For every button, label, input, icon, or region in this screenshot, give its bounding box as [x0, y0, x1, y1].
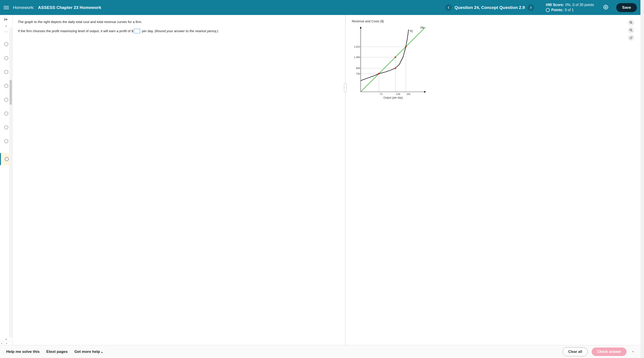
svg-line-2 [632, 23, 632, 24]
sidebar-question-dot[interactable] [4, 42, 8, 46]
check-answer-button[interactable]: Check answer [592, 348, 626, 356]
window-scrollbar[interactable] [640, 0, 644, 358]
svg-marker-11 [360, 26, 362, 28]
svg-text:730: 730 [356, 72, 360, 75]
rounding-hint: (Round your answer to the nearest penny.… [155, 29, 218, 33]
page-footer: Help me solve this Etext pages Get more … [0, 345, 640, 358]
chart-title: Revenue and Costs ($) [352, 19, 634, 23]
sidebar-question-dot[interactable] [4, 56, 8, 60]
points-label: Points: [551, 7, 563, 12]
homework-title: ASSESS Chapter 23 Homework [38, 5, 101, 10]
help-me-solve-link[interactable]: Help me solve this [6, 350, 40, 354]
svg-point-32 [405, 46, 407, 48]
sidebar-question-dot[interactable] [4, 125, 8, 129]
chart-canvas: 7309491,3901,81073139181TRTCOutput (per … [352, 25, 428, 101]
hw-score-label: HW Score: [546, 2, 564, 7]
sidebar-bottom-nav: ◂ | ▸ [0, 341, 12, 345]
svg-point-30 [395, 67, 396, 69]
etext-pages-link[interactable]: Etext pages [46, 350, 68, 354]
page-header: Homework: ASSESS Chapter 23 Homework Que… [0, 0, 640, 15]
answer-input[interactable] [134, 29, 140, 33]
svg-point-31 [395, 56, 396, 58]
sidebar-question-dot[interactable] [4, 84, 8, 88]
sidebar-question-dot[interactable] [4, 139, 8, 143]
svg-text:TR: TR [420, 26, 424, 29]
svg-text:181: 181 [406, 93, 410, 95]
svg-text:1,390: 1,390 [354, 56, 360, 58]
svg-text:139: 139 [396, 93, 400, 95]
svg-text:Output (per day): Output (per day) [384, 96, 403, 99]
popout-icon[interactable] [628, 35, 634, 41]
zoom-in-icon[interactable] [628, 19, 634, 26]
svg-marker-12 [424, 91, 426, 93]
scroll-up-arrow[interactable]: ▲ [0, 24, 12, 27]
get-more-help-link[interactable]: Get more help▲ [74, 350, 103, 354]
svg-text:1,810: 1,810 [354, 45, 360, 48]
question-sidebar: ▲ [0, 15, 12, 345]
sidebar-scrollbar[interactable] [9, 27, 12, 338]
svg-text:TC: TC [410, 29, 413, 33]
hw-score-value: 0%, 0 of 30 points [565, 2, 594, 7]
sidebar-question-dot[interactable] [4, 111, 8, 115]
zoom-out-icon[interactable] [628, 27, 634, 33]
svg-point-0 [605, 6, 607, 8]
question-paragraph-2: If the firm chooses the profit maximizin… [18, 28, 338, 34]
save-button[interactable]: Save [616, 3, 637, 12]
sidebar-question-dot[interactable] [4, 70, 8, 74]
clear-all-button[interactable]: Clear all [562, 347, 588, 356]
nav-left-icon[interactable]: ◂ [0, 342, 3, 344]
footer-caret-icon[interactable]: ▼ [632, 351, 634, 353]
sidebar-question-dot[interactable] [4, 28, 8, 32]
points-indicator-icon [546, 8, 550, 12]
homework-label: Homework: [13, 5, 34, 10]
skip-nav-icon[interactable] [0, 15, 12, 24]
prev-question-button[interactable] [445, 4, 452, 11]
next-question-button[interactable] [528, 4, 534, 11]
nav-right-icon[interactable]: ▸ [5, 342, 8, 344]
svg-line-8 [631, 37, 632, 38]
question-text-pane: The graph to the right depicts the daily… [12, 15, 345, 345]
score-panel: HW Score: 0%, 0 of 30 points Points: 0 o… [546, 2, 594, 12]
svg-line-6 [632, 31, 632, 31]
question-paragraph-1: The graph to the right depicts the daily… [18, 19, 338, 24]
question-navigation: Question 24, Concept Question 2.9 [445, 4, 534, 11]
scroll-down-arrow[interactable]: ▼ [0, 338, 12, 341]
svg-text:73: 73 [380, 93, 382, 95]
graph-pane: Revenue and Costs ($) [346, 15, 640, 345]
points-value: 0 of 1 [565, 7, 574, 12]
menu-icon[interactable] [4, 5, 9, 10]
settings-icon[interactable] [603, 5, 608, 10]
question-title: Question 24, Concept Question 2.9 [454, 5, 525, 10]
svg-text:949: 949 [356, 67, 360, 69]
svg-point-29 [378, 73, 380, 74]
sidebar-question-dot[interactable] [4, 98, 8, 102]
